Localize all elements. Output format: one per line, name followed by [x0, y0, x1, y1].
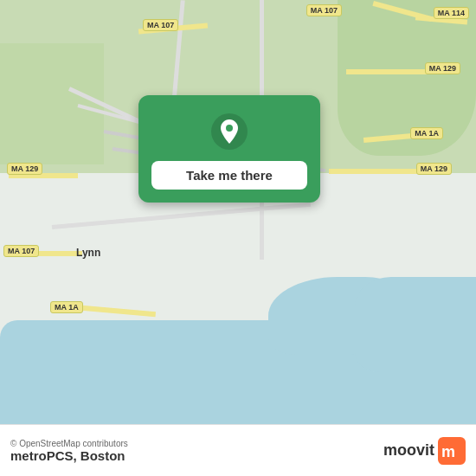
take-me-there-button[interactable]: Take me there [151, 161, 307, 190]
svg-text:m: m [441, 443, 455, 460]
land-patch-3 [0, 43, 104, 164]
location-pin-icon [210, 113, 248, 151]
water-inlet2 [355, 277, 476, 372]
popup-card: Take me there [138, 95, 320, 203]
moovit-text: moovit [383, 441, 434, 460]
road-label-ma107-lower: MA 107 [3, 245, 39, 257]
road-label-ma107-top: MA 107 [143, 19, 178, 31]
city-label-lynn: Lynn [76, 247, 100, 259]
bottom-bar: © OpenStreetMap contributors metroPCS, B… [0, 424, 476, 476]
svg-point-1 [226, 125, 233, 132]
road-label-ma114: MA 114 [434, 7, 469, 19]
road-label-ma107-right: MA 107 [306, 4, 342, 16]
road-label-ma129-left: MA 129 [7, 163, 42, 175]
road-label-ma129-top: MA 129 [425, 62, 460, 74]
moovit-icon: m [438, 437, 466, 465]
location-title: metroPCS, Boston [10, 448, 128, 463]
moovit-logo: moovit m [383, 437, 466, 465]
road-label-ma1a-right: MA 1A [410, 127, 443, 139]
bottom-left-section: © OpenStreetMap contributors metroPCS, B… [10, 439, 128, 463]
road-label-ma129-lower: MA 129 [416, 163, 452, 175]
road-label-ma1a-lower: MA 1A [50, 301, 83, 313]
copyright-text: © OpenStreetMap contributors [10, 439, 128, 448]
map-container: MA 107 MA 107 MA 114 MA 1A MA 129 MA 129… [0, 0, 476, 424]
